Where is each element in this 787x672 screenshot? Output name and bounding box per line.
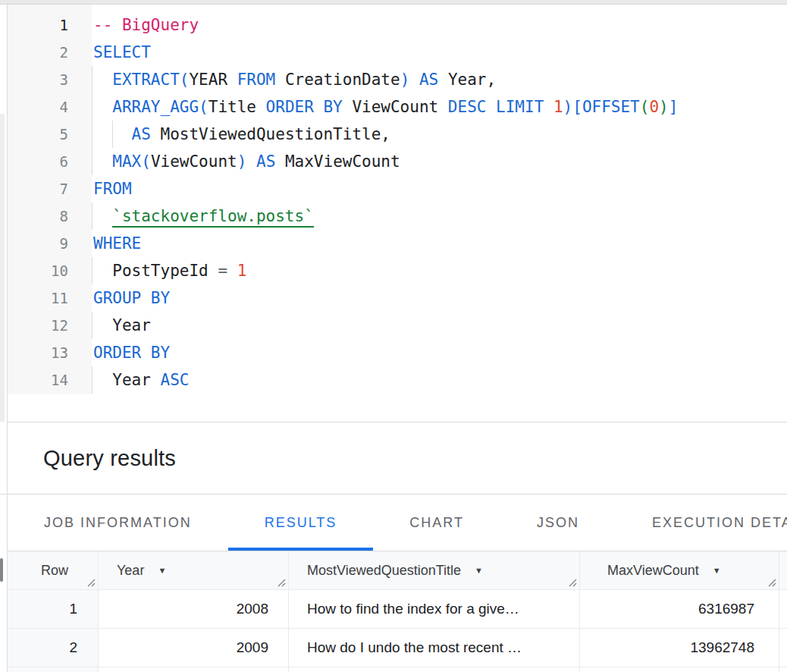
code-token: ORDER BY bbox=[266, 98, 343, 116]
indent-guide-line bbox=[92, 257, 92, 284]
code-token: MAX( bbox=[112, 152, 151, 171]
column-header-mostviewedquestiontitle[interactable]: MostViewedQuestionTitle▼ bbox=[289, 551, 580, 590]
tab-chart[interactable]: CHART bbox=[373, 495, 500, 551]
cell-year: 2008 bbox=[99, 590, 289, 629]
code-token: Year bbox=[112, 316, 151, 334]
code-token bbox=[93, 316, 112, 334]
code-token bbox=[256, 98, 266, 116]
code-token bbox=[93, 152, 112, 171]
code-line-content: -- BigQuery bbox=[92, 11, 787, 39]
code-line-content: Year bbox=[92, 312, 787, 339]
code-line: 11GROUP BY bbox=[8, 284, 787, 312]
results-tab-bar: JOB INFORMATIONRESULTSCHARTJSONEXECUTION… bbox=[8, 495, 787, 551]
code-line: 8 `stackoverflow.posts` bbox=[8, 203, 787, 230]
line-number: 14 bbox=[8, 366, 92, 394]
tab-job-information[interactable]: JOB INFORMATION bbox=[8, 495, 228, 551]
column-header-row[interactable]: Row bbox=[8, 551, 99, 590]
line-number: 3 bbox=[8, 66, 92, 93]
tab-execution-details[interactable]: EXECUTION DETAILS bbox=[616, 495, 787, 551]
code-token: ASC bbox=[161, 371, 190, 389]
code-token: FROM bbox=[93, 180, 132, 198]
cell-row-number: 1 bbox=[8, 590, 99, 629]
query-results-header: Query results bbox=[0, 422, 787, 495]
line-number: 7 bbox=[8, 175, 92, 203]
cell-partial-row bbox=[779, 667, 787, 672]
tab-results[interactable]: RESULTS bbox=[228, 495, 374, 551]
column-resize-handle[interactable] bbox=[86, 577, 96, 587]
column-header-label: MaxViewCount bbox=[607, 563, 699, 579]
dropdown-arrow-icon[interactable]: ▼ bbox=[713, 566, 721, 575]
code-token: -- BigQuery bbox=[93, 16, 199, 34]
code-token bbox=[409, 71, 419, 89]
column-header-extra bbox=[779, 551, 787, 590]
code-token bbox=[93, 71, 112, 89]
column-header-year[interactable]: Year▼ bbox=[99, 551, 289, 590]
code-token: ARRAY_AGG( bbox=[112, 98, 208, 116]
column-resize-handle[interactable] bbox=[276, 577, 286, 587]
code-token bbox=[93, 262, 112, 280]
code-token bbox=[93, 207, 112, 225]
code-area[interactable]: 1-- BigQuery2SELECT3 EXTRACT(YEAR FROM C… bbox=[8, 5, 787, 394]
line-number: 11 bbox=[8, 284, 92, 312]
code-token: MostViewedQuestionTitle, bbox=[151, 125, 390, 143]
dropdown-arrow-icon[interactable]: ▼ bbox=[158, 566, 166, 575]
column-header-maxviewcount[interactable]: MaxViewCount▼ bbox=[580, 551, 779, 590]
cell-partial-row bbox=[99, 667, 289, 672]
indent-guide-line bbox=[92, 366, 92, 394]
code-line-content: GROUP BY bbox=[92, 284, 787, 312]
dropdown-arrow-icon[interactable]: ▼ bbox=[475, 566, 483, 575]
code-token: = bbox=[218, 262, 227, 280]
code-token: MaxViewCount bbox=[275, 152, 400, 171]
code-token: Year bbox=[112, 371, 160, 389]
editor-scroll-track[interactable] bbox=[0, 114, 5, 422]
code-token: PostTypeId bbox=[112, 262, 218, 280]
code-line: 3 EXTRACT(YEAR FROM CreationDate) AS Yea… bbox=[8, 66, 787, 93]
cell-title: How do I undo the most recent … bbox=[289, 629, 580, 667]
code-token: )[OFFSET bbox=[563, 98, 640, 116]
code-token: GROUP BY bbox=[93, 289, 170, 307]
column-resize-handle[interactable] bbox=[767, 577, 776, 587]
cell-max-view-count: 13962748 bbox=[580, 629, 779, 667]
code-token: AS bbox=[132, 125, 151, 143]
cell-year: 2009 bbox=[99, 629, 289, 667]
line-number: 9 bbox=[8, 230, 92, 257]
line-number: 4 bbox=[8, 93, 92, 121]
column-header-label: MostViewedQuestionTitle bbox=[307, 563, 461, 579]
sql-editor[interactable]: 1-- BigQuery2SELECT3 EXTRACT(YEAR FROM C… bbox=[8, 5, 787, 422]
code-token: WHERE bbox=[93, 234, 141, 253]
code-token: ViewCount bbox=[151, 152, 237, 171]
code-line-content: Year ASC bbox=[92, 366, 787, 394]
code-line: 1-- BigQuery bbox=[8, 11, 787, 39]
cell-row-number: 2 bbox=[8, 629, 99, 667]
code-token: 1 bbox=[237, 262, 247, 280]
code-line: 5 AS MostViewedQuestionTitle, bbox=[8, 121, 787, 148]
code-line-content: ORDER BY bbox=[92, 339, 787, 366]
cell-partial-row bbox=[289, 667, 580, 672]
code-line: 13ORDER BY bbox=[8, 339, 787, 366]
query-results-title: Query results bbox=[43, 446, 176, 471]
line-number: 1 bbox=[8, 11, 92, 39]
code-line-content: EXTRACT(YEAR FROM CreationDate) AS Year, bbox=[92, 66, 787, 93]
code-line-content: AS MostViewedQuestionTitle, bbox=[92, 121, 787, 148]
results-table: RowYear▼MostViewedQuestionTitle▼MaxViewC… bbox=[8, 551, 787, 672]
code-token: ) bbox=[659, 98, 669, 116]
indent-guide-line bbox=[92, 203, 92, 230]
code-token: ) bbox=[237, 152, 247, 171]
column-resize-handle[interactable] bbox=[567, 577, 577, 587]
code-line: 7FROM bbox=[8, 175, 787, 203]
line-number: 5 bbox=[8, 121, 92, 148]
indent-guide-line bbox=[92, 121, 92, 148]
code-token: ViewCount bbox=[343, 98, 448, 116]
cell-title: How to find the index for a give… bbox=[289, 590, 580, 629]
vertical-scrollbar-thumb[interactable] bbox=[0, 558, 3, 582]
column-header-label: Row bbox=[41, 563, 68, 579]
code-line-content: PostTypeId = 1 bbox=[92, 257, 787, 284]
indent-guide-line bbox=[92, 66, 92, 93]
code-token: 1 bbox=[553, 98, 563, 116]
code-line: 9WHERE bbox=[8, 230, 787, 257]
code-token bbox=[227, 71, 237, 89]
code-line: 4 ARRAY_AGG(Title ORDER BY ViewCount DES… bbox=[8, 93, 787, 121]
tab-json[interactable]: JSON bbox=[500, 495, 616, 551]
code-line: 6 MAX(ViewCount) AS MaxViewCount bbox=[8, 148, 787, 175]
code-token: SELECT bbox=[93, 43, 151, 61]
